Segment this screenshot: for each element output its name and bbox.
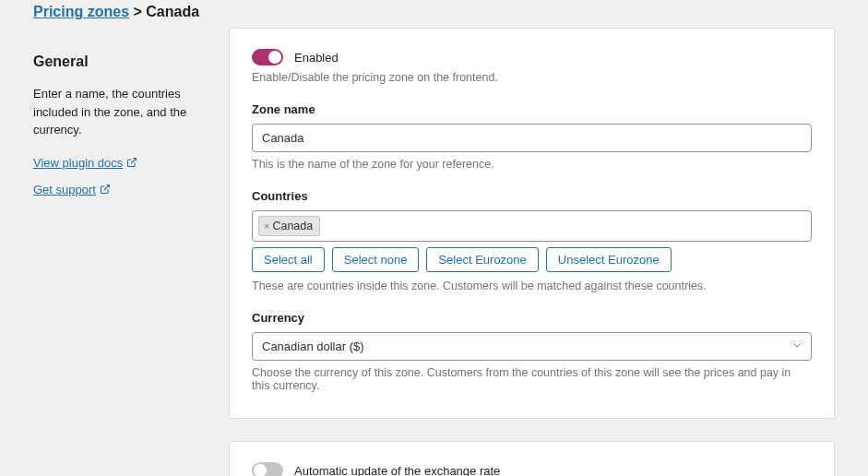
external-link-icon	[100, 184, 111, 195]
countries-help-text: These are countries inside this zone. Cu…	[252, 280, 812, 292]
enabled-toggle[interactable]	[252, 49, 283, 65]
general-card: Enabled Enable/Disable the pricing zone …	[229, 28, 835, 419]
auto-update-toggle[interactable]	[252, 462, 283, 476]
remove-tag-icon[interactable]: ×	[264, 220, 269, 232]
zone-name-help-text: This is the name of the zone for your re…	[252, 158, 812, 171]
breadcrumb-separator: >	[133, 4, 141, 19]
breadcrumb: Pricing zones > Canada	[0, 0, 868, 28]
external-link-icon	[126, 157, 137, 168]
breadcrumb-current: Canada	[146, 4, 199, 19]
section-heading-general: General	[33, 54, 199, 70]
unselect-eurozone-button[interactable]: Unselect Eurozone	[546, 247, 672, 272]
enabled-toggle-label: Enabled	[294, 51, 339, 65]
country-tag[interactable]: × Canada	[258, 216, 320, 236]
section-desc-general: Enter a name, the countries included in …	[33, 85, 199, 139]
zone-name-input[interactable]	[252, 124, 812, 152]
auto-update-label: Automatic update of the exchange rate	[294, 464, 500, 477]
select-all-button[interactable]: Select all	[252, 247, 325, 272]
view-plugin-docs-link[interactable]: View plugin docs	[33, 156, 137, 170]
breadcrumb-parent-link[interactable]: Pricing zones	[33, 4, 129, 19]
currency-help-text: Choose the currency of this zone. Custom…	[252, 366, 812, 392]
countries-label: Countries	[252, 189, 812, 203]
exchange-rate-card: Automatic update of the exchange rate	[229, 441, 835, 476]
enabled-help-text: Enable/Disable the pricing zone on the f…	[252, 71, 812, 84]
countries-input[interactable]: × Canada	[252, 210, 812, 242]
select-eurozone-button[interactable]: Select Eurozone	[426, 247, 538, 272]
select-none-button[interactable]: Select none	[332, 247, 420, 272]
currency-select[interactable]: Canadian dollar ($)	[252, 332, 812, 361]
get-support-link[interactable]: Get support	[33, 183, 111, 196]
zone-name-label: Zone name	[252, 102, 812, 116]
currency-label: Currency	[252, 311, 812, 325]
